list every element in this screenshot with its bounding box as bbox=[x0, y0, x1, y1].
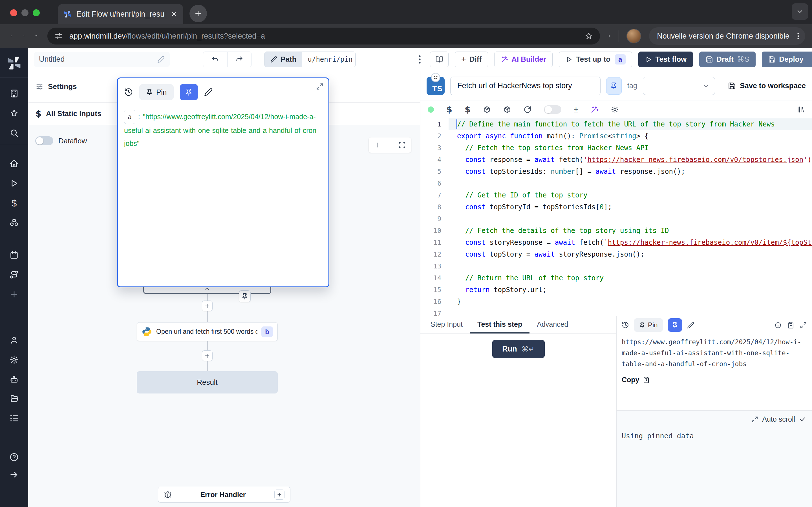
library-icon[interactable] bbox=[797, 106, 805, 114]
sidebar-item-logs[interactable] bbox=[9, 413, 19, 423]
deploy-button[interactable]: Deploy bbox=[762, 52, 812, 67]
sidebar-item-users[interactable] bbox=[9, 335, 19, 345]
sidebar-item-collapse[interactable] bbox=[9, 470, 19, 480]
code-line-4[interactable]: 4 const response = await fetch('https://… bbox=[420, 154, 812, 166]
package-icon[interactable] bbox=[503, 106, 511, 114]
step-a-pin-badge[interactable] bbox=[239, 290, 251, 302]
code-line-7[interactable]: 7 // Get the ID of the top story bbox=[420, 189, 812, 201]
sidebar-item-folders[interactable] bbox=[9, 394, 19, 403]
reload-button[interactable] bbox=[35, 31, 37, 42]
dataflow-toggle[interactable] bbox=[35, 136, 53, 145]
auto-scroll-control[interactable]: Auto scroll bbox=[617, 411, 812, 424]
zoom-in-button[interactable] bbox=[374, 142, 382, 149]
code-line-9[interactable]: 9 bbox=[420, 213, 812, 225]
resources-dollar-icon[interactable]: $ bbox=[465, 105, 470, 114]
kebab-menu-icon[interactable] bbox=[794, 32, 802, 40]
sidebar-item-settings[interactable] bbox=[9, 355, 19, 364]
forward-button[interactable] bbox=[22, 31, 25, 42]
profile-avatar[interactable] bbox=[626, 29, 641, 43]
pin-active-button[interactable] bbox=[668, 318, 682, 332]
code-line-15[interactable]: 15 return topStory.url; bbox=[420, 284, 812, 296]
expand-icon[interactable] bbox=[800, 322, 807, 329]
bookmark-star-icon[interactable] bbox=[584, 32, 593, 41]
pin-active-button[interactable] bbox=[180, 84, 198, 100]
info-icon[interactable] bbox=[774, 322, 781, 329]
code-line-1[interactable]: 1// Define the main function to fetch th… bbox=[420, 118, 812, 130]
tab-test-this-step[interactable]: Test this step bbox=[470, 316, 529, 334]
tab-close-icon[interactable] bbox=[170, 10, 177, 18]
code-line-13[interactable]: 13 bbox=[420, 260, 812, 272]
back-button[interactable] bbox=[10, 31, 13, 42]
code-line-11[interactable]: 11 const storyResponse = await fetch(`ht… bbox=[420, 237, 812, 248]
sidebar-item-create[interactable] bbox=[9, 290, 19, 299]
edit-pin-icon[interactable] bbox=[204, 88, 213, 96]
close-window-button[interactable] bbox=[10, 9, 17, 16]
test-up-to-button[interactable]: Test up toa bbox=[559, 52, 632, 67]
pin-button[interactable]: Pin bbox=[139, 84, 174, 100]
sidebar-item-schedules[interactable] bbox=[9, 250, 19, 260]
code-line-17[interactable]: 17 bbox=[420, 307, 812, 316]
tab-search-button[interactable] bbox=[792, 3, 808, 20]
result-node[interactable]: Result bbox=[137, 371, 278, 393]
error-handler-node[interactable]: Error Handler bbox=[158, 487, 290, 503]
package-icon[interactable] bbox=[483, 106, 491, 114]
ai-builder-button[interactable]: AI Builder bbox=[494, 52, 553, 67]
fit-view-button[interactable] bbox=[398, 142, 406, 149]
sidebar-item-home[interactable] bbox=[9, 159, 19, 168]
diff-button[interactable]: ±Diff bbox=[455, 52, 488, 67]
step-b-node[interactable]: Open url and fetch first 500 words of ..… bbox=[137, 322, 278, 341]
code-editor[interactable]: 1// Define the main function to fetch th… bbox=[420, 118, 812, 316]
sidebar-item-apps[interactable] bbox=[9, 89, 19, 98]
code-line-8[interactable]: 8 const topStoryId = topStoriesIds[0]; bbox=[420, 201, 812, 213]
url-bar[interactable]: app.windmill.dev/flows/edit/u/henri/pin_… bbox=[47, 27, 600, 45]
editor-toggle[interactable] bbox=[544, 105, 561, 114]
ai-wand-icon[interactable] bbox=[591, 106, 599, 114]
more-options-button[interactable] bbox=[414, 54, 425, 65]
code-line-14[interactable]: 14 // Return the URL of the top story bbox=[420, 272, 812, 284]
minimize-window-button[interactable] bbox=[21, 9, 29, 16]
add-error-handler-button[interactable] bbox=[274, 490, 285, 500]
tab-step-input[interactable]: Step Input bbox=[423, 316, 470, 334]
gear-icon[interactable] bbox=[611, 106, 619, 114]
run-button[interactable]: Run ⌘↵ bbox=[492, 340, 545, 358]
code-line-5[interactable]: 5 const topStoriesIds: number[] = await … bbox=[420, 166, 812, 177]
zoom-out-button[interactable] bbox=[386, 142, 394, 149]
undo-button[interactable] bbox=[203, 52, 227, 67]
clipboard-icon[interactable] bbox=[787, 322, 794, 329]
save-to-workspace-button[interactable]: Save to workspace bbox=[728, 81, 806, 90]
code-line-16[interactable]: 16} bbox=[420, 296, 812, 307]
zoom-window-button[interactable] bbox=[33, 9, 40, 16]
code-line-12[interactable]: 12 const topStory = await storyResponse.… bbox=[420, 248, 812, 260]
expand-icon[interactable] bbox=[751, 416, 758, 423]
code-line-3[interactable]: 3 // Fetch the top stories from Hacker N… bbox=[420, 142, 812, 154]
diff-icon[interactable]: ± bbox=[574, 105, 578, 114]
insert-step-button[interactable] bbox=[202, 300, 213, 311]
edit-pin-icon[interactable] bbox=[687, 322, 694, 329]
sidebar-item-triggers[interactable] bbox=[9, 270, 19, 279]
sidebar-item-help[interactable] bbox=[9, 452, 19, 462]
history-icon[interactable] bbox=[622, 321, 629, 329]
pin-toggle-button[interactable] bbox=[606, 77, 622, 95]
reset-icon[interactable] bbox=[523, 106, 531, 114]
sidebar-item-favorites[interactable] bbox=[9, 108, 19, 118]
code-line-10[interactable]: 10 // Fetch the details of the top story… bbox=[420, 225, 812, 237]
code-line-6[interactable]: 6 bbox=[420, 177, 812, 189]
browser-tab[interactable]: Edit Flow u/henri/pin_results bbox=[58, 4, 183, 24]
step-summary-field[interactable]: Fetch url of HackerNews top story bbox=[450, 76, 601, 95]
draft-button[interactable]: Draft⌘S bbox=[699, 52, 756, 67]
history-icon[interactable] bbox=[124, 88, 133, 97]
flow-name-field[interactable]: Untitled bbox=[34, 52, 170, 67]
edit-path-button[interactable]: Path bbox=[265, 52, 302, 67]
code-line-2[interactable]: 2export async function main(): Promise<s… bbox=[420, 130, 812, 142]
extensions-icon[interactable] bbox=[608, 31, 611, 41]
test-flow-button[interactable]: Test flow bbox=[638, 52, 693, 67]
sidebar-item-runs[interactable] bbox=[9, 179, 19, 188]
sidebar-item-variables[interactable]: $ bbox=[9, 198, 19, 208]
expand-popup-icon[interactable] bbox=[316, 83, 323, 90]
redo-button[interactable] bbox=[227, 52, 251, 67]
variables-icon[interactable]: $ bbox=[446, 105, 452, 114]
new-tab-button[interactable] bbox=[190, 5, 207, 22]
chrome-update-button[interactable]: Nouvelle version de Chrome disponible bbox=[649, 27, 805, 45]
tag-select[interactable] bbox=[643, 77, 715, 95]
docs-button[interactable] bbox=[430, 52, 449, 67]
